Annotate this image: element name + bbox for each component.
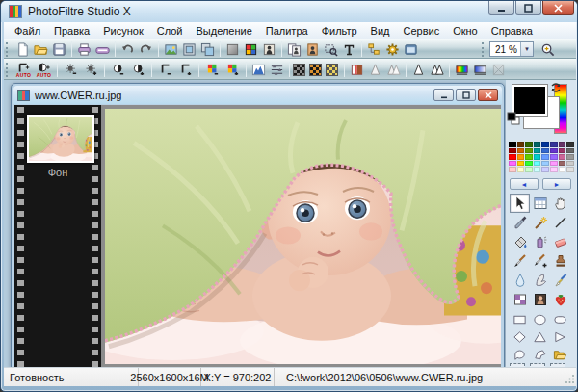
pointer-tool[interactable] [510, 194, 530, 213]
palette-color-cell[interactable] [517, 142, 525, 147]
palette-color-cell[interactable] [566, 167, 574, 172]
undo-icon[interactable] [118, 40, 137, 58]
pattern-tool[interactable] [510, 290, 530, 309]
smudge-tool[interactable] [530, 271, 550, 290]
palette-color-cell[interactable] [559, 161, 566, 167]
levels-icon[interactable] [268, 61, 286, 78]
sharpen-more-icon[interactable] [428, 61, 446, 78]
palette-color-cell[interactable] [566, 142, 574, 147]
photo-image[interactable] [105, 109, 501, 364]
brightness-plus-icon[interactable] [81, 60, 101, 79]
print-icon[interactable] [75, 40, 93, 58]
show-selection-icon[interactable] [223, 40, 242, 58]
auto-contrast-icon[interactable]: AUTO [13, 60, 34, 79]
nozzle-photo-tool[interactable] [530, 290, 550, 309]
diamond-shape-button[interactable] [510, 328, 530, 346]
open-shape-folder-button[interactable] [550, 346, 570, 363]
palette-color-cell[interactable] [550, 161, 558, 167]
blur-more-icon[interactable] [384, 61, 403, 78]
contrast-minus-icon[interactable] [108, 60, 128, 79]
palette-color-cell[interactable] [559, 142, 566, 147]
zoom-dropdown-button[interactable]: ▼ [520, 42, 533, 56]
palette-color-cell[interactable] [517, 148, 525, 154]
blur-drop-tool[interactable] [510, 271, 530, 290]
contrast-plus-icon[interactable] [128, 60, 148, 79]
brightness-minus-icon[interactable] [61, 60, 81, 79]
image-transfer-icon[interactable] [162, 40, 180, 58]
palette-color-cell[interactable] [541, 161, 549, 167]
rgb-gradient-icon[interactable] [453, 61, 471, 78]
menu-item-5[interactable]: Выделение [189, 24, 258, 38]
document-title-bar[interactable]: www.CWER.ru.jpg [13, 86, 502, 104]
palette-color-cell[interactable] [534, 142, 541, 147]
palette-color-cell[interactable] [534, 161, 541, 167]
menu-item-1[interactable]: Файл [8, 24, 47, 38]
palette-color-cell[interactable] [550, 148, 558, 154]
sharpen-icon[interactable] [409, 61, 428, 78]
saturation-minus-icon[interactable] [202, 60, 223, 79]
palette-color-cell[interactable] [541, 154, 549, 160]
redo-icon[interactable] [137, 40, 155, 58]
menu-item-7[interactable]: Фильтр [315, 24, 364, 38]
palette-color-cell[interactable] [509, 161, 516, 167]
palette-prev-button[interactable]: ◄ [510, 178, 539, 190]
menu-item-8[interactable]: Вид [364, 24, 397, 38]
zoom-level-value[interactable]: 21 % [490, 44, 520, 55]
resize-grip[interactable] [565, 374, 575, 385]
transparency-orange-icon[interactable] [309, 64, 322, 76]
palette-color-cell[interactable] [517, 167, 525, 172]
triangle-shape-button[interactable] [530, 328, 550, 346]
palette-color-cell[interactable] [541, 148, 549, 154]
polygon-lasso-shape-button[interactable] [530, 346, 550, 363]
menu-item-10[interactable]: Окно [446, 24, 485, 38]
auto-levels-icon[interactable]: AUTO [34, 60, 54, 79]
save-icon[interactable] [50, 40, 68, 58]
palette-color-cell[interactable] [525, 148, 533, 154]
duplicate-image-icon[interactable] [198, 40, 217, 58]
text-icon[interactable] [340, 40, 358, 58]
lasso-shape-button[interactable] [510, 346, 530, 363]
color-palette-icon[interactable] [242, 40, 260, 58]
toolbar-grip2[interactable] [6, 63, 10, 77]
toolbar-grip[interactable] [6, 42, 10, 57]
palette-color-cell[interactable] [550, 154, 558, 160]
palette-next-button[interactable]: ► [542, 178, 571, 190]
plugins-manager-icon[interactable] [383, 40, 402, 58]
menu-item-6[interactable]: Палитра [259, 24, 315, 38]
palette-color-cell[interactable] [541, 167, 549, 172]
histogram-icon[interactable] [250, 61, 268, 78]
line-tool[interactable] [550, 213, 570, 232]
menu-item-11[interactable]: Справка [485, 24, 539, 38]
palette-color-cell[interactable] [525, 154, 533, 160]
palette-color-cell[interactable] [566, 154, 574, 160]
default-colors-icon[interactable] [507, 112, 520, 125]
swap-colors-icon[interactable] [549, 81, 563, 94]
gamma-plus-icon[interactable] [175, 60, 196, 79]
zoom-auto-icon[interactable] [539, 40, 557, 58]
automate-module-icon[interactable] [260, 40, 278, 58]
palette-color-cell[interactable] [534, 154, 541, 160]
fill-bucket-tool[interactable] [510, 232, 530, 251]
retouch-brush-tool[interactable] [550, 271, 570, 290]
paste-image-icon[interactable] [303, 40, 322, 58]
red-eye-strawberry-tool[interactable] [550, 290, 570, 309]
layer-manager-tool[interactable] [530, 194, 550, 213]
transparency-gray-icon[interactable] [293, 64, 305, 76]
palette-color-cell[interactable] [534, 148, 541, 154]
palette-color-cell[interactable] [550, 167, 558, 172]
preview-window-icon[interactable] [402, 40, 420, 58]
doc-minimize-button[interactable] [434, 89, 454, 101]
palette-color-cell[interactable] [517, 154, 525, 160]
eraser-tool[interactable] [550, 232, 570, 251]
scan-icon[interactable] [93, 40, 112, 58]
menu-item-3[interactable]: Рисунок [96, 24, 150, 38]
image-frame-icon[interactable] [180, 40, 198, 58]
document-window[interactable]: www.CWER.ru.jpg Фон [11, 83, 505, 367]
palette-color-cell[interactable] [509, 142, 516, 147]
saturation-plus-icon[interactable] [223, 60, 243, 79]
rectangle-shape-button[interactable] [510, 311, 530, 328]
maximize-button[interactable] [515, 1, 541, 15]
palette-color-cell[interactable] [550, 142, 558, 147]
rounded-rectangle-shape-button[interactable] [550, 311, 570, 328]
palette-color-cell[interactable] [517, 161, 525, 167]
